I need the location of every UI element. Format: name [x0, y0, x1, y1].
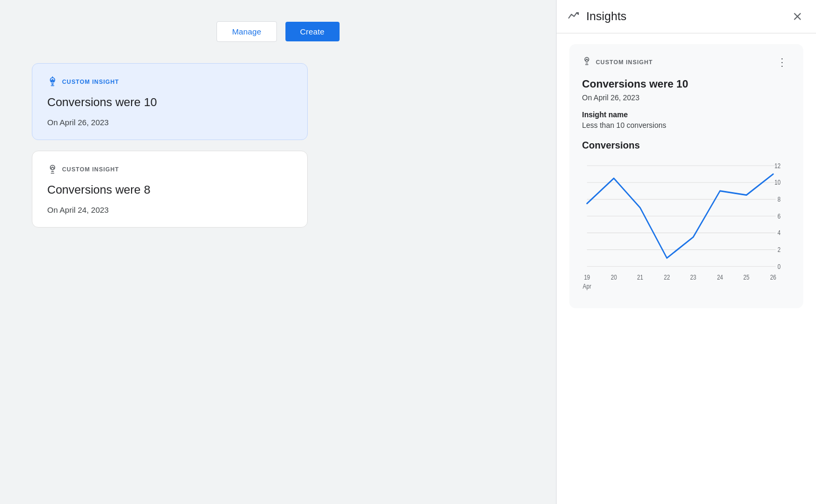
lightbulb-icon-1: [47, 76, 58, 87]
card-date-1: On April 26, 2023: [47, 118, 292, 127]
drawer-content: CUSTOM INSIGHT ⋮ Conversions were 10 On …: [557, 33, 816, 504]
card-type-label-2: CUSTOM INSIGHT: [62, 166, 119, 172]
card-date-2: On April 24, 2023: [47, 205, 292, 214]
svg-text:22: 22: [664, 274, 670, 281]
detail-type-row: CUSTOM INSIGHT ⋮: [582, 55, 791, 69]
svg-text:19: 19: [584, 274, 590, 281]
detail-date: On April 26, 2023: [582, 93, 791, 102]
toolbar: Manage Create: [32, 21, 524, 42]
svg-text:23: 23: [690, 274, 696, 281]
more-options-button[interactable]: ⋮: [774, 55, 791, 69]
detail-type-label: CUSTOM INSIGHT: [596, 59, 653, 65]
svg-text:10: 10: [775, 179, 780, 186]
svg-text:12: 12: [775, 162, 780, 169]
insights-drawer: Insights CUSTOM INSIGHT ⋮ Conve: [556, 0, 816, 504]
card-type-row-2: CUSTOM INSIGHT: [47, 164, 292, 175]
svg-text:20: 20: [611, 274, 617, 281]
trend-icon: [567, 9, 580, 24]
detail-title: Conversions were 10: [582, 78, 791, 90]
svg-text:0: 0: [778, 263, 781, 270]
svg-text:4: 4: [778, 230, 781, 237]
drawer-title: Insights: [586, 10, 783, 23]
insight-name-label: Insight name: [582, 110, 791, 119]
svg-text:Apr: Apr: [583, 283, 591, 290]
svg-text:25: 25: [743, 274, 749, 281]
close-button[interactable]: [789, 8, 805, 24]
detail-lightbulb-icon: [582, 56, 592, 68]
left-panel: Manage Create CUSTOM INSIGHT Conversions…: [0, 0, 556, 504]
svg-text:21: 21: [637, 274, 643, 281]
svg-text:24: 24: [717, 274, 723, 281]
card-type-label-1: CUSTOM INSIGHT: [62, 79, 119, 85]
detail-card: CUSTOM INSIGHT ⋮ Conversions were 10 On …: [569, 44, 803, 308]
conversions-chart: 12 10 8 6 4 2 0 19 20 21: [582, 160, 791, 298]
svg-text:2: 2: [778, 246, 781, 253]
conversions-label: Conversions: [582, 140, 791, 151]
insight-card-2[interactable]: CUSTOM INSIGHT Conversions were 8 On Apr…: [32, 151, 308, 228]
insight-card-1[interactable]: CUSTOM INSIGHT Conversions were 10 On Ap…: [32, 63, 308, 140]
manage-button[interactable]: Manage: [216, 21, 276, 42]
svg-text:8: 8: [778, 196, 781, 203]
card-title-1: Conversions were 10: [47, 95, 292, 109]
svg-text:26: 26: [770, 274, 776, 281]
card-type-row-1: CUSTOM INSIGHT: [47, 76, 292, 87]
svg-text:6: 6: [778, 213, 781, 220]
lightbulb-icon-2: [47, 164, 58, 175]
create-button[interactable]: Create: [285, 22, 340, 41]
chart-container: 12 10 8 6 4 2 0 19 20 21: [582, 160, 791, 298]
card-title-2: Conversions were 8: [47, 183, 292, 197]
insight-name-value: Less than 10 conversions: [582, 121, 791, 129]
drawer-header: Insights: [557, 0, 816, 33]
